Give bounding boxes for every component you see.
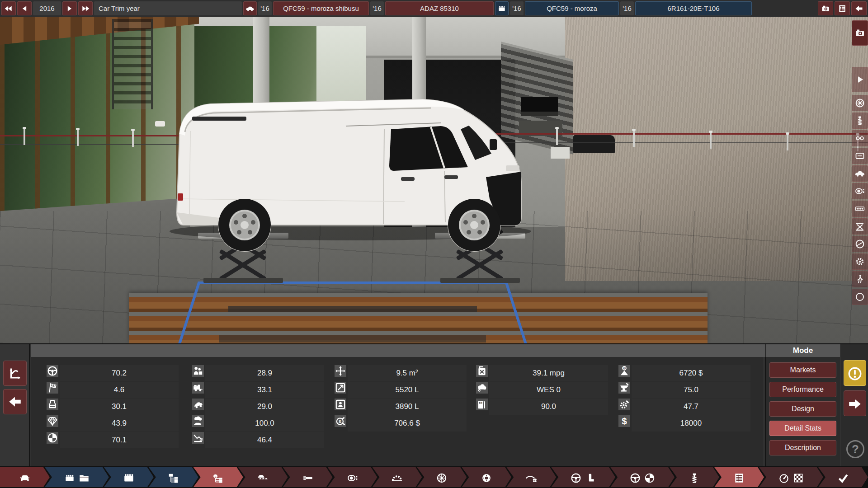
tab-aerodynamics[interactable] bbox=[506, 467, 556, 487]
back-button[interactable] bbox=[851, 1, 867, 15]
brush-icon bbox=[302, 471, 314, 483]
family-year-badge: '16 bbox=[510, 1, 524, 15]
hide-all-button[interactable] bbox=[852, 236, 868, 252]
summary-doc-icon bbox=[838, 4, 847, 13]
stat-value: 70.1 bbox=[60, 432, 179, 448]
tab-body-selection[interactable] bbox=[238, 467, 288, 487]
tab-car-project[interactable] bbox=[0, 467, 50, 487]
toggle-drivetrain-button[interactable] bbox=[852, 130, 868, 146]
tab-suspension[interactable] bbox=[670, 467, 719, 487]
stat-value: 5520 L bbox=[348, 382, 467, 398]
next-step-button[interactable] bbox=[844, 390, 866, 416]
fixture-light-icon bbox=[854, 186, 865, 197]
right-arrow-icon bbox=[847, 396, 863, 411]
car-front-icon bbox=[19, 471, 31, 483]
mode-description-button[interactable]: Description bbox=[769, 440, 836, 455]
wheel-icon bbox=[854, 98, 865, 108]
car-models-icon bbox=[257, 471, 269, 483]
next-year-fast-button[interactable] bbox=[78, 1, 93, 15]
tab-paint[interactable] bbox=[283, 467, 333, 487]
play-button[interactable] bbox=[852, 67, 868, 92]
engine-tree-icon bbox=[168, 471, 179, 483]
suspension-icon bbox=[689, 471, 700, 483]
model-name-button[interactable]: QFC59 - moroza shibusu bbox=[273, 1, 369, 15]
stat-value: 18000 bbox=[632, 415, 750, 432]
previous-step-button[interactable] bbox=[3, 389, 27, 414]
toggle-body-button[interactable] bbox=[852, 165, 868, 182]
stat-value: 30.1 bbox=[60, 399, 179, 415]
tab-engine-tree[interactable] bbox=[149, 467, 198, 487]
toggle-engine-bay-button[interactable] bbox=[852, 148, 868, 164]
tab-detail-stats[interactable] bbox=[714, 467, 764, 487]
panel-right-column: ? bbox=[841, 344, 868, 467]
mode-detail-stats-button[interactable]: Detail Stats bbox=[769, 421, 836, 436]
stat-row-utility: 33.1 bbox=[192, 382, 324, 398]
mode-design-button[interactable]: Design bbox=[769, 401, 836, 417]
stats-grid: 70.2 4.6 30.1 43.9 70.1 28.9 33.1 29.0 1… bbox=[31, 357, 763, 467]
white-crate bbox=[551, 147, 570, 159]
toggle-suspension-button[interactable] bbox=[852, 113, 868, 129]
graphs-button[interactable] bbox=[3, 361, 27, 386]
tab-engine-family[interactable] bbox=[45, 467, 109, 487]
trim-year-badge: '16 bbox=[370, 1, 384, 15]
scene-settings-button[interactable] bbox=[852, 253, 868, 270]
stat-row-sportiness: 4.6 bbox=[47, 382, 179, 398]
tab-car-trim[interactable] bbox=[193, 467, 243, 487]
photo-mode-icon bbox=[821, 4, 830, 13]
service-cost-icon: $ bbox=[335, 415, 346, 427]
top-bar: 2016 Car Trim year '16 QFC59 - moroza sh… bbox=[0, 0, 868, 17]
toggle-lift-button[interactable] bbox=[852, 218, 868, 235]
scene-camera-button[interactable] bbox=[852, 20, 868, 46]
prev-year-fast-button[interactable] bbox=[1, 1, 16, 15]
price-icon: $ bbox=[618, 415, 630, 427]
gauge-icon bbox=[778, 471, 790, 483]
tab-wheels[interactable] bbox=[417, 467, 467, 487]
tab-finish[interactable] bbox=[818, 467, 868, 487]
warnings-button[interactable] bbox=[844, 360, 866, 386]
stat-row-engineering-time: 47.7 bbox=[618, 399, 750, 415]
tab-engine-variant[interactable] bbox=[104, 467, 154, 487]
toggle-fixtures-button[interactable] bbox=[852, 183, 868, 199]
mode-markets-button[interactable]: Markets bbox=[769, 362, 836, 378]
barrier-post bbox=[787, 134, 788, 150]
rewind-icon bbox=[4, 4, 13, 13]
engine-family-name-button[interactable]: QFC59 - moroza bbox=[525, 1, 619, 15]
back-arrow-icon bbox=[854, 4, 863, 13]
circle-icon bbox=[854, 291, 865, 302]
toggle-wheels-button[interactable] bbox=[852, 95, 868, 111]
stat-value: 46.4 bbox=[205, 432, 324, 448]
car-model-button[interactable] bbox=[243, 1, 257, 15]
engine-variant-name-button[interactable]: 6R161-20E-T106 bbox=[635, 1, 752, 15]
mode-performance-button[interactable]: Performance bbox=[769, 382, 836, 397]
help-button[interactable]: ? bbox=[846, 440, 864, 458]
barrier-post bbox=[24, 129, 25, 145]
photo-mode-button[interactable] bbox=[818, 1, 833, 15]
sofa bbox=[573, 135, 615, 153]
tab-driver-assists[interactable] bbox=[610, 467, 675, 487]
stat-value: 43.9 bbox=[60, 415, 179, 432]
tab-fixtures[interactable] bbox=[328, 467, 377, 487]
engine-family-button[interactable] bbox=[495, 1, 509, 15]
tab-test-track[interactable] bbox=[759, 467, 823, 487]
stat-row-production-units: 75.0 bbox=[618, 382, 750, 398]
trim-name-button[interactable]: ADAZ 85310 bbox=[385, 1, 494, 15]
showroom-viewport[interactable] bbox=[0, 17, 868, 343]
stat-value: 70.2 bbox=[60, 365, 179, 381]
prev-year-button[interactable] bbox=[17, 1, 32, 15]
stat-row-emissions: WES 0 bbox=[476, 382, 608, 398]
next-year-button[interactable] bbox=[62, 1, 77, 15]
stat-value: 28.9 bbox=[205, 365, 324, 381]
van-model[interactable] bbox=[151, 63, 540, 253]
tab-interior[interactable] bbox=[551, 467, 615, 487]
walk-mode-button[interactable] bbox=[852, 271, 868, 287]
tab-brakes[interactable] bbox=[462, 467, 511, 487]
stat-row-safety: 70.1 bbox=[47, 432, 179, 448]
steering-wheel-icon bbox=[629, 471, 641, 483]
orbit-mode-button[interactable] bbox=[852, 289, 868, 305]
checkered-flag-icon bbox=[47, 382, 58, 394]
stat-row-cargo-volume: 5520 L bbox=[335, 382, 467, 398]
tab-drivetrain[interactable] bbox=[373, 467, 422, 487]
summary-button[interactable] bbox=[835, 1, 850, 15]
toggle-engine-button[interactable] bbox=[852, 201, 868, 217]
stat-row-footprint: 9.5 m² bbox=[335, 365, 467, 381]
